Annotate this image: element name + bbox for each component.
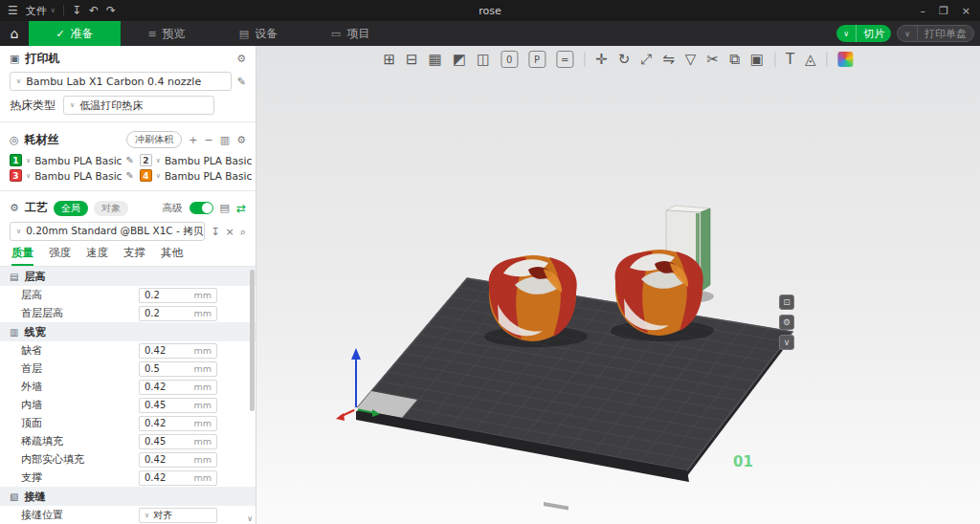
scope-objects-badge[interactable]: 对象	[94, 201, 128, 216]
print-dropdown-icon[interactable]: ∨	[898, 26, 918, 41]
group-title: 层高	[24, 270, 45, 284]
tab-preview[interactable]: ≡ 预览	[121, 21, 212, 46]
seam-position-select[interactable]: ∨ 对齐	[139, 508, 217, 523]
filament-slot-2[interactable]: 2 ∨ Bambu PLA Basic ✎	[140, 154, 256, 166]
plate-lock-button[interactable]: ⊡	[779, 295, 794, 310]
plate-logo-mark	[544, 502, 568, 511]
close-button[interactable]: ×	[962, 5, 970, 17]
filament-color-chip[interactable]: 1	[10, 154, 22, 166]
tab-device[interactable]: ▤ 设备	[212, 21, 304, 46]
filament-spool-icon: ◎	[10, 134, 19, 146]
save-preset-icon[interactable]: ↧	[211, 226, 219, 238]
param-input[interactable]: 0.42 mm	[139, 380, 217, 395]
param-label: 首层	[21, 361, 42, 376]
filament-slot-3[interactable]: 3 ∨ Bambu PLA Basic ✎	[10, 169, 134, 182]
sidebar-scrollbar-thumb[interactable]	[250, 270, 255, 411]
param-input[interactable]: 0.42 mm	[139, 470, 217, 486]
slice-dropdown-icon[interactable]: ∨	[836, 25, 857, 42]
param-input[interactable]: 0.45 mm	[139, 434, 217, 449]
printer-select[interactable]: ∨ Bambu Lab X1 Carbon 0.4 nozzle	[10, 72, 232, 91]
tab-others[interactable]: 其他	[161, 246, 183, 266]
add-plate-icon[interactable]: ⊟	[406, 51, 418, 68]
add-object-icon[interactable]: ⊞	[383, 51, 395, 68]
search-icon[interactable]: ⌕	[240, 226, 246, 238]
param-input[interactable]: 0.2 mm	[139, 288, 217, 303]
minimize-button[interactable]: –	[920, 5, 925, 17]
filament-settings-gear-icon[interactable]: ⚙	[236, 134, 246, 146]
filament-color-chip[interactable]: 2	[140, 154, 152, 166]
assembly-view-icon[interactable]: ▣	[750, 51, 764, 68]
ams-sync-icon[interactable]: ▥	[220, 134, 230, 146]
layer-height-range-icon[interactable]: 0	[501, 51, 518, 68]
clear-preset-icon[interactable]: ×	[226, 226, 234, 238]
tab-prepare-label: 准备	[71, 26, 94, 42]
printer-settings-gear-icon[interactable]: ⚙	[236, 53, 246, 65]
edit-printer-icon[interactable]: ✎	[237, 76, 246, 88]
process-preset-select[interactable]: ∨ 0.20mm Standard @BBL X1C - 拷贝	[10, 222, 205, 241]
bed-type-select[interactable]: ∨ 低温打印热床	[63, 96, 214, 115]
rotate-icon[interactable]: ↻	[618, 51, 631, 68]
plate-settings-button[interactable]: ⚙	[779, 315, 794, 330]
auto-arrange-icon[interactable]: ▦	[429, 51, 442, 68]
tab-prepare[interactable]: ✓ 准备	[29, 21, 121, 46]
filament-slot-4[interactable]: 4 ∨ Bambu PLA Basic ✎	[140, 169, 256, 182]
print-plate-button[interactable]: ∨ 打印单盘	[897, 25, 974, 42]
param-unit: mm	[193, 454, 212, 465]
3d-scene[interactable]: 01	[256, 46, 980, 524]
filament-section-title: 耗材丝	[25, 132, 59, 148]
move-icon[interactable]: ✛	[595, 51, 608, 68]
scale-icon[interactable]: ⤢	[640, 51, 652, 68]
param-value: 对齐	[153, 509, 172, 522]
param-input[interactable]: 0.42 mm	[139, 452, 217, 468]
param-input[interactable]: 0.2 mm	[139, 306, 217, 321]
param-unit: mm	[193, 472, 212, 483]
compare-presets-icon[interactable]: ⇄	[236, 202, 246, 215]
param-label: 接缝位置	[21, 508, 63, 522]
edit-filament-icon[interactable]: ✎	[125, 170, 133, 181]
tab-preview-label: 预览	[163, 26, 186, 42]
tab-project[interactable]: ▭ 项目	[304, 21, 396, 46]
params-table-icon[interactable]: ▤	[220, 202, 230, 214]
scroll-down-arrow[interactable]: ∨	[247, 514, 253, 523]
filament-list: 1 ∨ Bambu PLA Basic ✎ 2 ∨ Bambu PLA Basi…	[0, 151, 256, 186]
split-objects-icon[interactable]: ◫	[477, 51, 490, 68]
3d-viewport[interactable]: ⊞ ⊟ ▦ ◩ ◫ 0 P = ✛ ↻ ⤢ ⇋ ▽ ✂ ⧉ ▣ T ◬	[256, 46, 980, 524]
maximize-button[interactable]: ❐	[939, 5, 948, 17]
filament-color-chip[interactable]: 3	[10, 169, 22, 182]
color-paint-icon[interactable]	[838, 52, 854, 67]
clone-icon[interactable]: ⧉	[729, 51, 740, 68]
filament-section-header: ◎ 耗材丝 冲刷体积 + − ▥ ⚙	[0, 126, 256, 151]
filament-color-chip[interactable]: 4	[140, 169, 152, 182]
mirror-icon[interactable]: ⇋	[662, 51, 675, 68]
scope-global-badge[interactable]: 全局	[54, 201, 88, 216]
param-input[interactable]: 0.42 mm	[139, 343, 217, 359]
add-filament-icon[interactable]: +	[189, 134, 197, 146]
param-input[interactable]: 0.5 mm	[139, 361, 217, 377]
filament-slot-1[interactable]: 1 ∨ Bambu PLA Basic ✎	[10, 154, 134, 166]
param-row-first-layer: 首层 0.5 mm	[0, 360, 256, 378]
tab-project-label: 项目	[346, 26, 369, 42]
remove-filament-icon[interactable]: −	[205, 134, 213, 146]
tab-quality[interactable]: 质量	[11, 246, 33, 266]
auto-orient-icon[interactable]: ◩	[453, 51, 466, 68]
text-tool-icon[interactable]: T	[786, 51, 794, 68]
advanced-toggle[interactable]	[189, 202, 213, 214]
param-input[interactable]: 0.42 mm	[139, 416, 217, 431]
support-paint-icon[interactable]: ◬	[805, 51, 816, 68]
edit-filament-icon[interactable]: ✎	[125, 155, 133, 165]
plate-params-icon[interactable]: P	[528, 51, 546, 68]
slice-button[interactable]: ∨ 切片	[836, 25, 891, 42]
param-input[interactable]: 0.45 mm	[139, 398, 217, 413]
lay-flat-icon[interactable]: ▽	[685, 51, 697, 68]
tab-speed[interactable]: 速度	[86, 246, 108, 266]
plate-expand-button[interactable]: ∨	[779, 335, 794, 350]
plate-number-label: 01	[733, 453, 753, 470]
flush-volume-button[interactable]: 冲刷体积	[126, 131, 182, 148]
cut-icon[interactable]: ✂	[706, 51, 719, 68]
home-button[interactable]: ⌂	[0, 21, 29, 46]
tab-support[interactable]: 支撑	[123, 246, 145, 266]
tab-strength[interactable]: 强度	[49, 246, 71, 266]
printer-section-header: ▣ 打印机 ⚙	[0, 46, 256, 70]
object-list-icon[interactable]: =	[556, 51, 573, 68]
bed-type-value: 低温打印热床	[79, 98, 143, 113]
